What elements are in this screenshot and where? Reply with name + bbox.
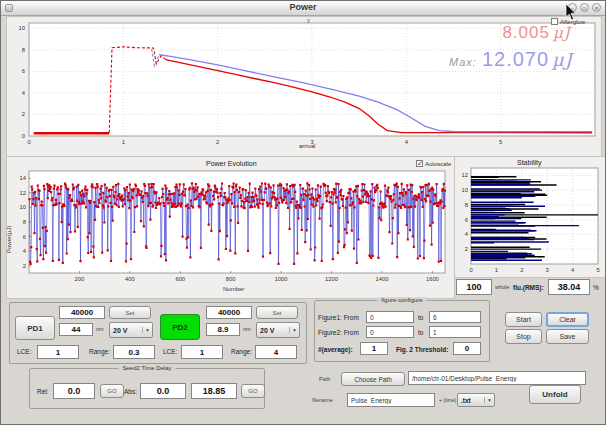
pd1-button[interactable]: PD1 — [15, 316, 55, 340]
rel-go-button[interactable]: GO — [100, 384, 124, 398]
chevron-down-icon: ▼ — [289, 327, 299, 333]
figure2-to-field[interactable] — [429, 326, 481, 338]
svg-text:6: 6 — [22, 68, 25, 74]
shot-count-label: whole — [495, 284, 509, 290]
autoscale-checkbox-box[interactable]: ✓ — [416, 160, 423, 167]
autoscale-checkbox-label: Autoscale — [425, 161, 451, 167]
svg-text:1400: 1400 — [376, 276, 389, 282]
svg-text:2: 2 — [520, 267, 523, 273]
svg-text:4: 4 — [22, 90, 26, 96]
pd2-range-field[interactable] — [255, 345, 297, 359]
svg-text:2: 2 — [22, 111, 25, 117]
pd1-nm-label: nm — [96, 326, 104, 332]
svg-text:4: 4 — [405, 139, 409, 145]
fig2-threshold-field[interactable] — [453, 342, 481, 355]
unfold-button[interactable]: Unfold — [529, 385, 581, 404]
evolution-yaxis-label: Power(µJ) — [6, 193, 12, 253]
pd1-gain-field[interactable] — [59, 306, 105, 319]
pd2-button[interactable]: PD2 — [160, 314, 200, 340]
svg-text:2: 2 — [23, 263, 26, 269]
svg-text:800: 800 — [226, 276, 236, 282]
max-energy-value: 12.070 — [482, 48, 549, 70]
choose-path-button[interactable]: Choose Path — [341, 372, 405, 386]
figure2-from-field[interactable] — [366, 326, 414, 338]
svg-text:4: 4 — [571, 267, 575, 273]
abs-target-field[interactable] — [191, 383, 237, 399]
rel-label: Rel: — [37, 388, 49, 395]
stability-chart: 01234524681012 — [455, 157, 606, 278]
pd1-wavelength-field[interactable] — [59, 323, 93, 336]
svg-text:1: 1 — [122, 139, 125, 145]
pd2-range-label: Range: — [231, 348, 252, 355]
pd1-range-label: Range: — [89, 348, 110, 355]
pd2-lce-field[interactable] — [181, 345, 223, 359]
start-button[interactable]: Start — [505, 312, 542, 327]
svg-text:600: 600 — [175, 276, 185, 282]
figure1-to-label: to — [418, 314, 423, 321]
svg-text:6: 6 — [23, 234, 26, 240]
average-label: #(average): — [318, 346, 353, 353]
clear-button[interactable]: Clear — [546, 312, 589, 327]
rel-delay-field[interactable] — [53, 383, 95, 399]
extension-dropdown[interactable]: .txt ▼ — [457, 393, 495, 407]
pd2-gain-field[interactable] — [206, 306, 252, 319]
pd2-voltage-dropdown[interactable]: 20 V ▼ — [256, 322, 300, 338]
rms-label: flu.(RMS): — [513, 284, 544, 291]
pd1-voltage-value: 20 V — [113, 327, 127, 334]
figure-configure-title: figure configure — [377, 297, 426, 303]
chevron-down-icon: ▼ — [142, 327, 152, 333]
svg-text:0: 0 — [469, 267, 472, 273]
app-window: Power − □ ✕ 0123450246810 y Afterglow 8.… — [0, 0, 606, 425]
shot-count-field[interactable] — [456, 279, 492, 295]
svg-text:200: 200 — [75, 276, 85, 282]
svg-text:4: 4 — [23, 248, 27, 254]
filename-field[interactable] — [347, 393, 435, 407]
stop-button[interactable]: Stop — [505, 329, 542, 344]
abs-delay-field[interactable] — [140, 383, 186, 399]
evolution-chart-title: Power Evolution — [206, 160, 257, 167]
pd2-nm-label: nm — [243, 326, 251, 332]
svg-text:400: 400 — [125, 276, 135, 282]
pd2-set-button[interactable]: Set — [256, 306, 298, 319]
title-bar[interactable]: Power − □ ✕ — [1, 1, 605, 16]
pd1-voltage-dropdown[interactable]: 20 V ▼ — [109, 322, 153, 338]
rms-field[interactable] — [548, 279, 590, 295]
figure1-to-field[interactable] — [429, 311, 481, 323]
svg-text:0: 0 — [22, 133, 25, 139]
pd1-range-field[interactable] — [113, 345, 155, 359]
svg-text:1: 1 — [495, 267, 498, 273]
svg-text:8: 8 — [23, 219, 26, 225]
svg-text:5: 5 — [499, 139, 502, 145]
abs-label: Abs: — [124, 388, 137, 395]
append-time-label: + (time) — [439, 397, 456, 403]
pd1-set-button[interactable]: Set — [109, 306, 151, 319]
maximize-icon[interactable]: □ — [580, 3, 589, 12]
chevron-down-icon: ▼ — [484, 397, 494, 403]
max-energy-readout: Max:12.070µJ — [449, 48, 573, 71]
current-energy-unit: µJ — [553, 24, 571, 42]
svg-text:12: 12 — [462, 172, 468, 178]
abs-go-button[interactable]: GO — [241, 384, 265, 398]
figure1-from-field[interactable] — [366, 311, 414, 323]
svg-text:10: 10 — [19, 25, 25, 31]
svg-text:14: 14 — [20, 175, 27, 181]
svg-text:1600: 1600 — [426, 276, 439, 282]
current-energy-value: 8.005 — [502, 23, 550, 42]
extension-value: .txt — [461, 397, 471, 404]
pd1-lce-field[interactable] — [37, 345, 79, 359]
path-field[interactable] — [408, 371, 586, 385]
svg-text:2: 2 — [216, 139, 219, 145]
filename-label: filename — [312, 397, 333, 403]
svg-text:4: 4 — [465, 231, 469, 237]
close-icon[interactable]: ✕ — [592, 3, 601, 12]
pd1-lce-label: LCE: — [17, 348, 31, 355]
svg-text:8: 8 — [22, 47, 25, 53]
average-field[interactable] — [360, 342, 388, 355]
svg-text:5: 5 — [596, 267, 599, 273]
pd2-wavelength-field[interactable] — [206, 323, 240, 336]
svg-text:12: 12 — [20, 190, 26, 196]
percent-label: % — [593, 284, 599, 291]
svg-text:1200: 1200 — [325, 276, 338, 282]
save-button[interactable]: Save — [546, 329, 589, 344]
autoscale-checkbox[interactable]: ✓ Autoscale — [416, 160, 451, 167]
